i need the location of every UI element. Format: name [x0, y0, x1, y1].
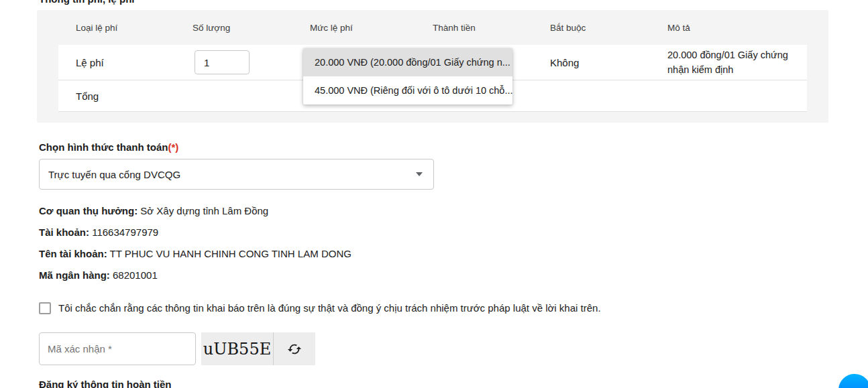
account-name-line: Tên tài khoản: TT PHUC VU HANH CHINH CON… — [39, 248, 351, 269]
account-number-line: Tài khoản: 116634797979 — [39, 227, 351, 248]
account-number-value: 116634797979 — [89, 227, 158, 238]
fee-type-label: Lệ phí — [58, 57, 175, 68]
confirmation-checkbox[interactable] — [39, 302, 51, 314]
chevron-down-icon — [416, 172, 423, 176]
beneficiary-label: Cơ quan thụ hưởng: — [39, 205, 138, 216]
payment-details: Cơ quan thụ hưởng: Sở Xây dựng tỉnh Lâm … — [39, 205, 351, 291]
captcha-section: uUB55E — [39, 332, 315, 365]
captcha-input[interactable] — [39, 332, 196, 365]
col-header-fee-rate: Mức lệ phí — [292, 23, 415, 33]
payment-method-heading-text: Chọn hình thức thanh toán — [39, 141, 168, 153]
fee-description: 20.000 đồng/01 Giấy chứng nhận kiểm định — [650, 48, 798, 77]
col-header-quantity: Số lượng — [175, 23, 292, 33]
required-asterisk: (*) — [168, 141, 179, 153]
col-header-amount: Thành tiền — [415, 23, 533, 33]
bank-code-value: 68201001 — [110, 269, 158, 281]
account-number-label: Tài khoản: — [39, 227, 89, 238]
section-heading-fees: Thông tin phí, lệ phí — [39, 0, 134, 5]
account-name-label: Tên tài khoản: — [39, 248, 107, 259]
fee-rate-option-45000[interactable]: 45.000 VNĐ (Riêng đối với ô tô dưới 10 c… — [303, 76, 512, 105]
fee-rate-option-20000[interactable]: 20.000 VNĐ (20.000 đồng/01 Giấy chứng n.… — [303, 48, 512, 76]
required-value: Không — [533, 57, 650, 68]
payment-method-value: Trực tuyến qua cổng DVCQG — [48, 169, 180, 180]
col-header-required: Bắt buộc — [533, 23, 650, 33]
section-heading-refund: Đăng ký thông tin hoàn tiền — [39, 379, 172, 388]
account-name-value: TT PHUC VU HANH CHINH CONG TINH LAM DONG — [107, 248, 351, 259]
confirmation-label: Tôi chắc chắn rằng các thông tin khai bá… — [58, 302, 601, 315]
beneficiary-value: Sở Xây dựng tỉnh Lâm Đồng — [138, 205, 268, 216]
payment-method-heading: Chọn hình thức thanh toán(*) — [39, 141, 178, 153]
confirmation-row: Tôi chắc chắn rằng các thông tin khai bá… — [39, 302, 601, 315]
col-header-fee-type: Loại lệ phí — [58, 23, 175, 33]
total-label: Tổng — [76, 90, 99, 102]
bank-code-line: Mã ngân hàng: 68201001 — [39, 269, 351, 291]
col-header-description: Mô tả — [650, 23, 807, 33]
refresh-icon — [287, 342, 302, 357]
fee-rate-dropdown: 20.000 VNĐ (20.000 đồng/01 Giấy chứng n.… — [303, 48, 512, 105]
fee-table-header: Loại lệ phí Số lượng Mức lệ phí Thành ti… — [58, 10, 807, 45]
bank-code-label: Mã ngân hàng: — [39, 269, 110, 281]
messenger-icon — [846, 381, 863, 388]
payment-method-select[interactable]: Trực tuyến qua cổng DVCQG — [39, 159, 434, 190]
captcha-image: uUB55E — [201, 332, 274, 365]
captcha-refresh-button[interactable] — [274, 332, 315, 365]
quantity-cell — [175, 50, 292, 74]
quantity-input[interactable] — [195, 50, 250, 74]
messenger-chat-button[interactable] — [838, 374, 868, 388]
beneficiary-line: Cơ quan thụ hưởng: Sở Xây dựng tỉnh Lâm … — [39, 205, 351, 227]
